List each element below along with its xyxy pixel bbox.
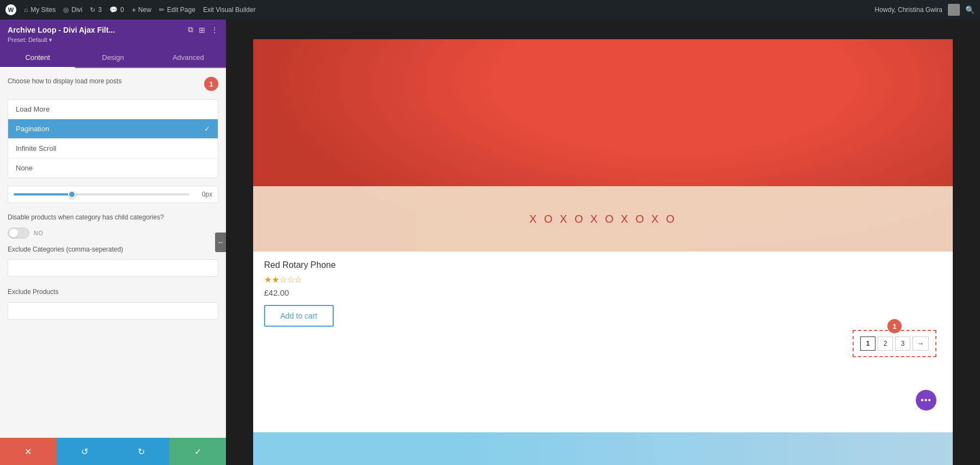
slider-row: 0px <box>8 186 218 203</box>
dropdown-option-infinite-scroll[interactable]: Infinite Scroll <box>8 139 218 158</box>
dropdown-option-pagination[interactable]: Pagination ✓ <box>8 119 218 138</box>
cancel-button[interactable]: ✕ <box>0 438 57 465</box>
step-badge-1: 1 <box>204 77 218 91</box>
slider-thumb[interactable] <box>68 191 76 198</box>
edit-icon: ✏ <box>159 6 164 14</box>
admin-bar-right: Howdy, Christina Gwira 🔍 <box>875 4 975 16</box>
user-avatar <box>948 4 960 16</box>
admin-bar-exit-builder[interactable]: Exit Visual Builder <box>203 6 256 14</box>
page-btn-3[interactable]: 3 <box>895 336 910 351</box>
left-panel: Archive Loop - Divi Ajax Filt... ⧉ ⊞ ⋮ P… <box>0 20 226 465</box>
resize-arrows-icon: ↔ <box>217 238 224 246</box>
wordpress-logo-icon[interactable]: W <box>5 4 16 15</box>
my-sites-icon: ⌂ <box>24 6 28 14</box>
exclude-categories-input[interactable] <box>8 259 218 277</box>
next-product-strip <box>253 432 953 465</box>
disable-products-label: Disable products when category has child… <box>8 213 218 222</box>
exclude-products-input[interactable] <box>8 302 218 320</box>
admin-bar-left: W ⌂ My Sites ◎ Divi ↻ 3 💬 0 + New ✏ Edit… <box>5 4 866 15</box>
slider-track[interactable] <box>14 193 189 195</box>
admin-bar: W ⌂ My Sites ◎ Divi ↻ 3 💬 0 + New ✏ Edit… <box>0 0 980 20</box>
panel-tabs: Content Design Advanced <box>0 48 226 68</box>
panel-content: Choose how to display load more posts 1 … <box>0 68 226 438</box>
load-more-dropdown[interactable]: Load More Pagination ✓ Infinite Scroll N… <box>8 99 218 178</box>
slider-value: 0px <box>195 191 212 198</box>
admin-bar-my-sites[interactable]: ⌂ My Sites <box>24 6 56 14</box>
more-options-icon[interactable]: ⋮ <box>211 26 218 34</box>
undo-button[interactable]: ↺ <box>57 438 113 465</box>
pagination-box: 1 2 3 → <box>853 330 936 357</box>
admin-bar-new-button[interactable]: + New <box>132 5 151 14</box>
plus-icon: + <box>132 5 136 14</box>
admin-bar-edit-page[interactable]: ✏ Edit Page <box>159 6 195 14</box>
load-more-label: Choose how to display load more posts <box>8 77 200 86</box>
slider-fill <box>14 193 75 195</box>
window-icon[interactable]: ⧉ <box>188 25 193 34</box>
admin-bar-comments[interactable]: 💬 0 <box>109 6 124 14</box>
tab-content[interactable]: Content <box>0 48 75 68</box>
exclude-products-section: Exclude Products <box>8 287 218 323</box>
product-info: Red Rotary Phone ★★☆☆☆ £42.00 Add to car… <box>253 252 953 335</box>
panel-title-icons: ⧉ ⊞ ⋮ <box>188 25 218 34</box>
main-layout: Archive Loop - Divi Ajax Filt... ⧉ ⊞ ⋮ P… <box>0 20 980 465</box>
toggle-row: NO <box>8 228 218 238</box>
exclude-categories-label: Exclude Categories (comma-seperated) <box>8 245 218 254</box>
tab-design[interactable]: Design <box>75 48 150 68</box>
load-more-setting-row: Choose how to display load more posts 1 <box>8 77 218 91</box>
redo-button[interactable]: ↻ <box>113 438 170 465</box>
disable-products-section: Disable products when category has child… <box>8 213 218 238</box>
product-area: X O X O X O X O X O Red Rotary Phone ★★☆… <box>253 39 953 465</box>
search-icon[interactable]: 🔍 <box>965 5 975 14</box>
admin-bar-divi[interactable]: ◎ Divi <box>63 6 82 14</box>
panel-preset[interactable]: Preset: Default <box>8 36 218 44</box>
dropdown-option-load-more[interactable]: Load More <box>8 100 218 119</box>
product-image-xo-pattern: X O X O X O X O X O <box>253 186 953 252</box>
divi-icon: ◎ <box>63 6 69 14</box>
check-icon: ✓ <box>204 125 210 133</box>
pagination-controls: 1 2 3 → <box>860 336 929 351</box>
save-button[interactable]: ✓ <box>169 438 226 465</box>
howdy-text: Howdy, Christina Gwira <box>875 6 942 14</box>
toggle-knob <box>9 229 18 237</box>
product-image: X O X O X O X O X O <box>253 39 953 252</box>
purple-dots-button[interactable]: ••• <box>916 390 936 411</box>
disable-products-toggle[interactable] <box>8 228 29 238</box>
panel-footer: ✕ ↺ ↻ ✓ <box>0 438 226 465</box>
exclude-categories-section: Exclude Categories (comma-seperated) <box>8 245 218 280</box>
dropdown-option-none[interactable]: None <box>8 158 218 178</box>
exclude-products-label: Exclude Products <box>8 287 218 297</box>
product-price: £42.00 <box>264 288 942 297</box>
tab-advanced[interactable]: Advanced <box>151 48 226 68</box>
page-btn-1[interactable]: 1 <box>860 336 875 351</box>
right-content: X O X O X O X O X O Red Rotary Phone ★★☆… <box>226 20 980 465</box>
panel-title: Archive Loop - Divi Ajax Filt... <box>8 26 115 34</box>
updates-icon: ↻ <box>90 6 95 14</box>
product-name: Red Rotary Phone <box>264 260 942 270</box>
comments-icon: 💬 <box>109 6 118 14</box>
pagination-badge: 1 <box>887 319 902 333</box>
pagination-overlay: 1 1 2 3 → <box>853 330 936 357</box>
admin-bar-updates[interactable]: ↻ 3 <box>90 6 102 14</box>
toggle-label: NO <box>34 230 44 236</box>
pagination-next-button[interactable]: → <box>912 336 929 351</box>
panel-title-row: Archive Loop - Divi Ajax Filt... ⧉ ⊞ ⋮ <box>8 25 218 34</box>
resize-handle[interactable]: ↔ <box>215 233 226 252</box>
panel-header: Archive Loop - Divi Ajax Filt... ⧉ ⊞ ⋮ P… <box>0 20 226 48</box>
grid-icon[interactable]: ⊞ <box>199 26 205 34</box>
page-btn-2[interactable]: 2 <box>878 336 893 351</box>
product-stars: ★★☆☆☆ <box>264 274 942 285</box>
add-to-cart-button[interactable]: Add to cart <box>264 305 334 327</box>
